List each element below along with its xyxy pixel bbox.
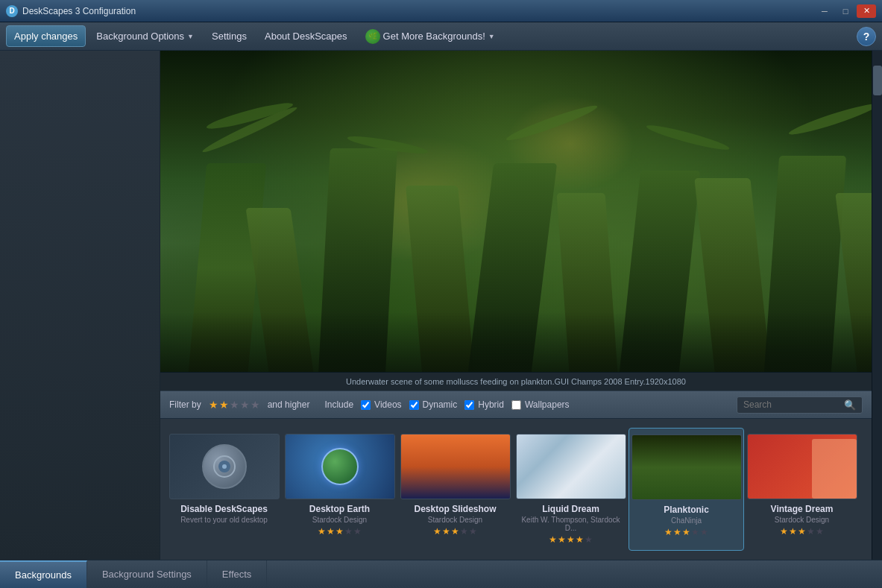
thumbnail-item-liquid-dream[interactable]: Liquid Dream Keith W. Thompson, Stardock…: [513, 428, 629, 551]
dynamic-checkbox[interactable]: [409, 400, 419, 410]
thumbnail-item-desktop-slideshow[interactable]: Desktop Slideshow Stardock Design ★★★★★: [397, 428, 513, 551]
preview-area: Underwater scene of some molluscs feedin…: [160, 51, 872, 391]
about-menu[interactable]: About DeskScapes: [257, 26, 355, 46]
main-wrapper: Underwater scene of some molluscs feedin…: [0, 51, 882, 588]
star-4: ★: [344, 526, 353, 537]
thumbnail-item-planktonic[interactable]: Planktonic ChaNinja ★★★★★: [629, 428, 744, 551]
help-button[interactable]: ?: [857, 27, 876, 46]
earth-globe: [321, 448, 359, 485]
dynamic-checkbox-group[interactable]: Dynamic: [409, 399, 458, 410]
filter-bar: Filter by ★ ★ ★ ★ ★ and higher Include V…: [160, 391, 872, 419]
star-4[interactable]: ★: [240, 399, 250, 411]
videos-checkbox-group[interactable]: Videos: [361, 399, 401, 410]
thumbnail-item-vintage-dream[interactable]: Vintage Dream Stardock Design ★★★★★: [744, 428, 860, 551]
search-input[interactable]: [743, 399, 840, 410]
liquid-preview: [517, 434, 626, 499]
get-more-label: Get More Backgrounds!: [383, 31, 485, 42]
star-4: ★: [576, 534, 584, 545]
stars-filter[interactable]: ★ ★ ★ ★ ★: [209, 399, 260, 411]
wallpapers-checkbox[interactable]: [511, 400, 521, 410]
star-3[interactable]: ★: [230, 399, 239, 411]
thumb-title-liquid-dream: Liquid Dream: [542, 504, 599, 514]
thumb-author-planktonic: ChaNinja: [671, 516, 702, 525]
search-icon[interactable]: 🔍: [844, 399, 856, 411]
thumb-title-vintage-dream: Vintage Dream: [771, 504, 834, 514]
thumb-author-desktop-slideshow: Stardock Design: [428, 516, 482, 524]
thumb-stars-vintage-dream: ★★★★★: [780, 526, 824, 537]
thumbnail-item-desktop-earth[interactable]: Desktop Earth Stardock Design ★★★★★: [282, 428, 397, 551]
tab-effects[interactable]: Effects: [207, 560, 268, 588]
title-bar: D DeskScapes 3 Configuration ─ □ ✕: [0, 0, 882, 22]
title-bar-text: DeskScapes 3 Configuration: [22, 6, 815, 16]
star-4: ★: [460, 526, 468, 537]
left-panel: [0, 51, 160, 560]
and-higher-label: and higher: [268, 399, 310, 410]
include-label: Include: [324, 399, 353, 410]
title-bar-controls: ─ □ ✕: [815, 4, 876, 18]
star-1: ★: [433, 526, 441, 537]
apply-changes-label: Apply changes: [14, 31, 78, 42]
preview-section: Underwater scene of some molluscs feedin…: [0, 51, 882, 560]
star-5: ★: [585, 534, 593, 545]
hybrid-checkbox[interactable]: [464, 400, 474, 410]
leaf-6: [787, 100, 872, 139]
star-2: ★: [442, 526, 450, 537]
thumb-stars-desktop-earth: ★★★★★: [318, 526, 362, 537]
star-2: ★: [327, 526, 335, 537]
thumb-stars-planktonic: ★★★★★: [664, 527, 708, 537]
filter-by-label: Filter by: [169, 399, 201, 410]
star-3: ★: [336, 526, 344, 537]
hybrid-label: Hybrid: [478, 399, 504, 410]
star-1: ★: [318, 526, 326, 537]
tab-background-settings-label: Background Settings: [102, 569, 192, 580]
thumbnail-item-disable[interactable]: Disable DeskScapes Revert to your old de…: [166, 428, 282, 551]
minimize-button[interactable]: ─: [815, 4, 834, 18]
hybrid-checkbox-group[interactable]: Hybrid: [464, 399, 504, 410]
tab-effects-label: Effects: [222, 569, 252, 580]
apply-changes-button[interactable]: Apply changes: [6, 25, 86, 47]
close-button[interactable]: ✕: [857, 4, 876, 18]
tab-background-settings[interactable]: Background Settings: [87, 560, 207, 588]
leaf-5: [645, 121, 730, 153]
preview-caption-text: Underwater scene of some molluscs feedin…: [346, 377, 686, 386]
thumb-stars-desktop-slideshow: ★★★★★: [433, 526, 477, 537]
thumb-author-disable: Revert to your old desktop: [180, 516, 268, 524]
thumb-image-planktonic: [631, 434, 742, 500]
star-5: ★: [700, 527, 708, 537]
star-2[interactable]: ★: [219, 399, 229, 411]
thumb-author-vintage-dream: Stardock Design: [775, 516, 829, 524]
settings-label: Settings: [212, 31, 247, 42]
tab-backgrounds[interactable]: Backgrounds: [0, 560, 87, 588]
star-5: ★: [469, 526, 477, 537]
get-more-menu[interactable]: 🌿 Get More Backgrounds! ▼: [358, 25, 503, 48]
star-5: ★: [816, 526, 824, 537]
tab-backgrounds-label: Backgrounds: [15, 569, 72, 581]
svg-point-2: [222, 464, 227, 469]
bottom-tabs: Backgrounds Background Settings Effects: [0, 560, 882, 588]
scroll-thumb[interactable]: [873, 66, 882, 95]
star-4: ★: [807, 526, 815, 537]
star-2: ★: [789, 526, 797, 537]
right-scrollbar[interactable]: [872, 51, 882, 560]
star-4: ★: [691, 527, 699, 537]
dynamic-label: Dynamic: [423, 399, 458, 410]
plant-preview: [632, 435, 741, 499]
preview-image: [160, 51, 872, 372]
videos-checkbox[interactable]: [361, 400, 371, 410]
star-5[interactable]: ★: [251, 399, 260, 411]
star-1: ★: [780, 526, 788, 537]
star-2: ★: [673, 527, 681, 537]
thumb-image-vintage-dream: [747, 434, 857, 499]
maximize-button[interactable]: □: [836, 4, 855, 18]
star-3: ★: [798, 526, 806, 537]
background-options-menu[interactable]: Background Options ▼: [89, 26, 201, 46]
settings-menu[interactable]: Settings: [204, 26, 254, 46]
thumb-author-desktop-earth: Stardock Design: [312, 516, 367, 524]
get-more-icon: 🌿: [365, 29, 380, 44]
wallpapers-checkbox-group[interactable]: Wallpapers: [511, 399, 570, 410]
menu-bar: Apply changes Background Options ▼ Setti…: [0, 22, 882, 51]
vintage-figure: [812, 439, 857, 499]
star-1[interactable]: ★: [209, 399, 218, 411]
preview-caption: Underwater scene of some molluscs feedin…: [160, 372, 872, 391]
about-label: About DeskScapes: [265, 31, 347, 42]
